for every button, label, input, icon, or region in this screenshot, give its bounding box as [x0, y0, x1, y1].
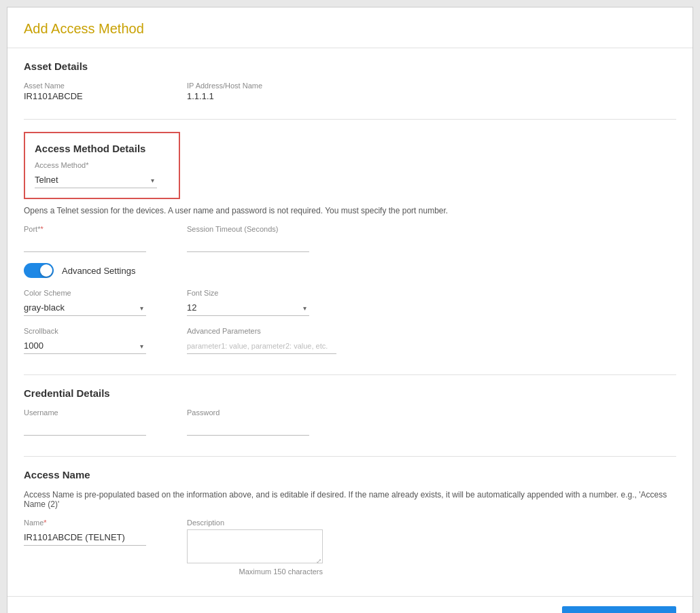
description-textarea-wrapper: ⤢: [187, 529, 323, 566]
asset-name-group: Asset Name IR1101ABCDE: [24, 82, 160, 101]
access-method-section: Access Method Details Access Method* Tel…: [24, 120, 676, 375]
port-timeout-row: Port* Session Timeout (Seconds): [24, 225, 676, 252]
ip-address-label: IP Address/Host Name: [187, 82, 323, 90]
advanced-settings-toggle[interactable]: [24, 263, 54, 278]
font-size-select[interactable]: 8 10 12 14 16: [187, 300, 309, 316]
font-size-group: Font Size 8 10 12 14 16 ▾: [187, 289, 309, 316]
ip-address-value: 1.1.1.1: [187, 91, 323, 101]
max-chars-text: Maximum 150 characters: [187, 567, 323, 576]
color-scheme-select-wrapper: gray-black white-black black-white ▾: [24, 300, 146, 316]
access-method-box: Access Method Details Access Method* Tel…: [24, 132, 180, 199]
session-timeout-label: Session Timeout (Seconds): [187, 225, 309, 233]
advanced-settings-label: Advanced Settings: [62, 266, 135, 276]
advanced-params-input[interactable]: [187, 338, 336, 354]
asset-details-section: Asset Details Asset Name IR1101ABCDE IP …: [24, 48, 676, 120]
username-label: Username: [24, 408, 146, 417]
credential-details-title: Credential Details: [24, 387, 676, 399]
scrollback-label: Scrollback: [24, 327, 146, 335]
description-group: Description ⤢ Maximum 150 characters: [187, 519, 323, 576]
asset-name-value: IR1101ABCDE: [24, 91, 160, 101]
port-input[interactable]: [24, 236, 146, 252]
description-label: Description: [187, 519, 323, 527]
access-name-title: Access Name: [24, 469, 676, 480]
access-method-select-wrapper: Telnet SSH HTTP HTTPS RDP VNC ▾: [35, 172, 157, 188]
info-text: Opens a Telnet session for the devices. …: [24, 206, 676, 215]
asset-fields-row: Asset Name IR1101ABCDE IP Address/Host N…: [24, 82, 676, 101]
password-input[interactable]: [187, 419, 309, 436]
name-label: Name: [24, 519, 146, 527]
color-scheme-select[interactable]: gray-black white-black black-white: [24, 300, 146, 316]
asset-details-title: Asset Details: [24, 60, 676, 72]
add-access-method-button[interactable]: Add Access Method: [562, 606, 676, 613]
color-scheme-group: Color Scheme gray-black white-black blac…: [24, 289, 146, 316]
description-textarea[interactable]: [187, 529, 323, 563]
access-method-select[interactable]: Telnet SSH HTTP HTTPS RDP VNC: [35, 172, 157, 188]
password-group: Password: [187, 408, 309, 436]
scrollback-params-row: Scrollback 500 1000 2000 5000 ▾ Advanced…: [24, 327, 676, 354]
name-group: Name: [24, 519, 146, 576]
advanced-params-label: Advanced Parameters: [187, 327, 336, 335]
resize-icon: ⤢: [316, 557, 321, 565]
advanced-settings-row: Advanced Settings: [24, 263, 676, 278]
advanced-params-group: Advanced Parameters: [187, 327, 336, 354]
access-name-section: Access Name Access Name is pre-populated…: [24, 457, 676, 596]
port-group: Port*: [24, 225, 146, 252]
access-method-label: Access Method*: [35, 161, 169, 169]
credential-details-section: Credential Details Username Password: [24, 375, 676, 457]
scrollback-group: Scrollback 500 1000 2000 5000 ▾: [24, 327, 146, 354]
credential-fields-row: Username Password: [24, 408, 676, 436]
modal-title: Add Access Method: [24, 21, 676, 37]
toggle-knob: [40, 264, 52, 277]
title-prefix: Add Access: [24, 21, 99, 36]
modal-header: Add Access Method: [7, 7, 693, 48]
access-name-fields-row: Name Description ⤢ Maximum 150 character…: [24, 519, 676, 576]
asset-name-label: Asset Name: [24, 82, 160, 90]
password-label: Password: [187, 408, 309, 417]
ip-address-group: IP Address/Host Name 1.1.1.1: [187, 82, 323, 101]
color-scheme-label: Color Scheme: [24, 289, 146, 297]
access-name-description-text: Access Name is pre-populated based on th…: [24, 490, 676, 509]
font-size-label: Font Size: [187, 289, 309, 297]
scrollback-select[interactable]: 500 1000 2000 5000: [24, 338, 146, 354]
session-timeout-input[interactable]: [187, 236, 309, 252]
font-size-select-wrapper: 8 10 12 14 16 ▾: [187, 300, 309, 316]
port-label: Port*: [24, 225, 146, 233]
username-input[interactable]: [24, 419, 146, 436]
username-group: Username: [24, 408, 146, 436]
name-input[interactable]: [24, 529, 146, 546]
modal-footer: Cancel Add Access Method: [7, 596, 693, 613]
title-highlight: Method: [99, 21, 144, 36]
add-access-method-modal: Add Access Method Asset Details Asset Na…: [7, 7, 693, 613]
modal-body: Asset Details Asset Name IR1101ABCDE IP …: [7, 48, 693, 596]
cancel-button[interactable]: Cancel: [503, 608, 555, 613]
session-timeout-group: Session Timeout (Seconds): [187, 225, 309, 252]
color-font-row: Color Scheme gray-black white-black blac…: [24, 289, 676, 316]
scrollback-select-wrapper: 500 1000 2000 5000 ▾: [24, 338, 146, 354]
access-method-section-title: Access Method Details: [35, 143, 169, 154]
